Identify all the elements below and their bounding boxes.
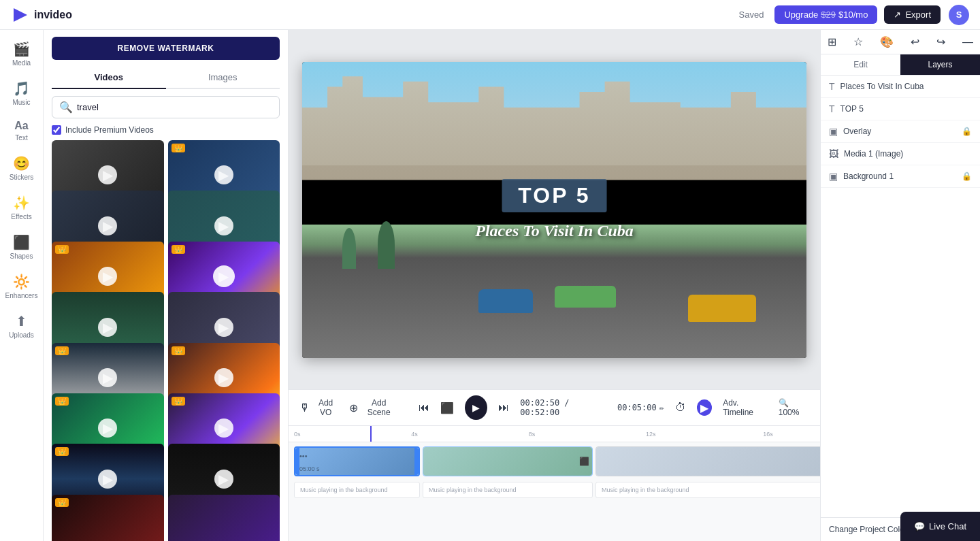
canvas-wrapper[interactable]: TOP 5 Places To Visit In Cuba: [302, 62, 806, 358]
music-track: Music playing in the background Music pl…: [289, 480, 820, 499]
edit-time-icon[interactable]: ✏: [659, 403, 664, 412]
play-pause-button[interactable]: ▶: [465, 395, 487, 420]
tab-layers[interactable]: Layers: [900, 54, 980, 75]
list-item[interactable]: [168, 495, 280, 541]
layer-name: Background 1: [843, 171, 956, 181]
text-icon: Aa: [14, 120, 28, 132]
sidebar-item-uploads[interactable]: ⬆ Uploads: [3, 308, 41, 344]
play-icon: ▶: [98, 165, 117, 184]
present-button[interactable]: ⬛: [440, 401, 454, 414]
adv-timeline-button[interactable]: Adv. Timeline: [723, 398, 768, 417]
redo-icon[interactable]: ↪: [936, 35, 945, 48]
media-tabs: Videos Images: [52, 67, 280, 89]
sidebar-item-enhancers-label: Enhancers: [5, 292, 38, 299]
sidebar-item-shapes-label: Shapes: [10, 252, 33, 260]
sidebar-item-music-label: Music: [12, 99, 30, 106]
layer-item-overlay[interactable]: ▣ Overlay 🔒: [821, 120, 980, 143]
layer-item-top5-text[interactable]: T TOP 5: [821, 98, 980, 120]
canvas-subtitle-text: Places To Visit In Cuba: [327, 222, 781, 240]
overlay-layer-icon: ▣: [829, 126, 838, 137]
clip-resize-left[interactable]: [295, 448, 299, 475]
playhead: [370, 426, 372, 442]
crown-badge: 👑: [55, 447, 69, 456]
play-icon: ▶: [214, 368, 233, 387]
add-scene-button[interactable]: ⊕ Add Scene: [349, 398, 397, 417]
shapes-icon: ⬛: [13, 234, 30, 250]
layer-name: TOP 5: [840, 104, 972, 114]
layer-item-media1[interactable]: 🖼 Media 1 (Image): [821, 143, 980, 165]
music-track-clip: Music playing in the background: [294, 482, 420, 498]
upgrade-button[interactable]: Upgrade $29 $10/mo: [774, 5, 877, 24]
user-avatar[interactable]: S: [949, 5, 969, 25]
grid-icon[interactable]: ⊞: [828, 35, 836, 48]
clip-resize-right[interactable]: [414, 448, 419, 475]
current-time: 00:02:50 / 00:52:00: [520, 398, 606, 417]
logo[interactable]: invideo: [11, 5, 72, 24]
invideo-logo-icon: [11, 5, 30, 24]
tab-images[interactable]: Images: [166, 67, 280, 88]
crown-badge: 👑: [172, 245, 185, 254]
canvas-area: TOP 5 Places To Visit In Cuba: [289, 30, 820, 389]
record-button[interactable]: ▶: [697, 399, 712, 416]
sidebar-item-effects[interactable]: ✨ Effects: [3, 189, 41, 226]
live-chat-button[interactable]: 💬 Live Chat: [900, 512, 980, 541]
sidebar-item-media-label: Media: [12, 59, 31, 67]
palette-icon[interactable]: 🎨: [880, 35, 894, 48]
change-colors-label: Change Project Colors: [829, 525, 911, 534]
layer-name: Overlay: [843, 127, 956, 136]
video-track: ••• 05:00 s ⬛: [289, 442, 820, 480]
export-icon: ↗: [894, 10, 901, 20]
star-icon[interactable]: ☆: [853, 35, 863, 48]
play-icon: ▶: [98, 318, 117, 337]
timeline-clip[interactable]: ••• 05:00 s: [294, 446, 420, 476]
sidebar-item-uploads-label: Uploads: [9, 331, 34, 339]
tab-videos[interactable]: Videos: [52, 67, 166, 89]
music-track-clip: Music playing in the background: [423, 482, 593, 498]
undo-icon[interactable]: ↩: [911, 35, 919, 48]
media-panel: REMOVE WATERMARK Videos Images 🔍 Include…: [44, 30, 289, 541]
play-icon: ▶: [214, 470, 233, 489]
sidebar-item-text[interactable]: Aa Text: [3, 114, 41, 147]
sidebar-item-music[interactable]: 🎵 Music: [3, 75, 41, 112]
play-icon: ▶: [98, 419, 117, 438]
sidebar-item-shapes[interactable]: ⬛ Shapes: [3, 229, 41, 265]
play-icon: ▶: [214, 419, 233, 438]
uploads-icon: ⬆: [16, 313, 27, 329]
clock-button[interactable]: ⏱: [675, 401, 686, 414]
top-navigation: invideo Saved Upgrade $29 $10/mo ↗ Expor…: [0, 0, 980, 30]
add-vo-button[interactable]: 🎙 Add VO: [299, 398, 338, 417]
timeline-ruler: 0s 4s 8s 12s 16s 20s: [289, 426, 820, 442]
text-layer-icon: T: [829, 81, 835, 92]
live-chat-label: Live Chat: [929, 521, 966, 531]
effects-icon: ✨: [13, 195, 30, 211]
export-label: Export: [905, 10, 931, 20]
layer-item-background1[interactable]: ▣ Background 1 🔒: [821, 165, 980, 188]
list-item[interactable]: 👑: [52, 495, 164, 541]
sidebar-item-stickers[interactable]: 😊 Stickers: [3, 150, 41, 186]
logo-text: invideo: [34, 9, 72, 21]
add-vo-label: Add VO: [313, 398, 338, 417]
search-input[interactable]: [77, 102, 272, 112]
layer-item-places-text[interactable]: T Places To Visit In Cuba: [821, 76, 980, 98]
skip-back-button[interactable]: ⏮: [419, 401, 429, 414]
play-icon: ▶: [214, 318, 233, 337]
sidebar-item-media[interactable]: 🎬 Media: [3, 35, 41, 72]
sidebar-item-effects-label: Effects: [11, 213, 31, 220]
sidebar-item-enhancers[interactable]: 🔆 Enhancers: [3, 268, 41, 305]
timeline-clip[interactable]: ⬛: [595, 446, 820, 476]
timeline-clip[interactable]: ⬛: [423, 446, 593, 476]
layer-name: Media 1 (Image): [844, 149, 972, 159]
ruler-mark: 4s: [411, 431, 528, 438]
remove-watermark-button[interactable]: REMOVE WATERMARK: [52, 37, 280, 60]
clip-time: 00:05:00 ✏: [617, 403, 664, 412]
microphone-icon: 🎙: [299, 401, 310, 414]
add-scene-label: Add Scene: [361, 398, 397, 417]
sidebar-item-stickers-label: Stickers: [10, 174, 34, 181]
tab-edit[interactable]: Edit: [821, 54, 900, 75]
minus-icon[interactable]: —: [962, 36, 973, 48]
export-button[interactable]: ↗ Export: [884, 5, 941, 24]
skip-forward-button[interactable]: ⏭: [498, 401, 509, 414]
center-area: TOP 5 Places To Visit In Cuba 🎙 Add VO ⊕…: [289, 30, 820, 541]
lock-icon: 🔒: [962, 171, 972, 181]
include-premium-checkbox[interactable]: [52, 125, 61, 135]
